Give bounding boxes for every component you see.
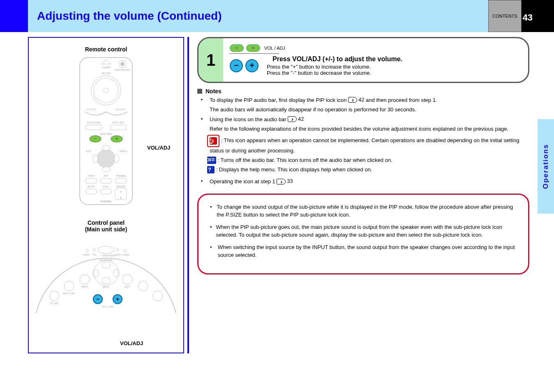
- svg-point-14: [102, 167, 110, 172]
- column-divider: [187, 37, 189, 353]
- section-tab-label: Operations: [542, 144, 550, 189]
- page-title: Adjusting the volume (Continued): [37, 9, 222, 23]
- remote-voladj-mini-label: VOL / ADJ: [264, 46, 285, 51]
- svg-text:▼: ▼: [120, 197, 122, 199]
- btn-onstandby-label: ON/STANDBY: [115, 69, 131, 71]
- note-item-last: • Operating the icon at step 1 33: [197, 178, 529, 186]
- note-icon-power-row: : This icon appears when an operation ca…: [210, 135, 529, 155]
- svg-point-54: [153, 291, 163, 301]
- note-item-1: • To display the PIP audio bar, first di…: [197, 96, 529, 104]
- svg-point-16: [114, 154, 119, 163]
- svg-text:+: +: [116, 296, 119, 302]
- notes-heading: Notes: [205, 88, 222, 95]
- svg-text:TEMP: TEMP: [83, 254, 90, 256]
- page-number: 43: [523, 12, 533, 23]
- svg-text:TOSHIBA: TOSHIBA: [101, 200, 112, 203]
- panel-voladj-callout: VOL/ADJ: [120, 340, 143, 346]
- svg-text:FREEZE: FREEZE: [116, 175, 126, 177]
- top-bar-accent: [0, 0, 28, 32]
- btn-exit-label: EXIT: [86, 150, 92, 152]
- help-icon: ?: [207, 166, 215, 173]
- svg-point-36: [124, 249, 126, 252]
- instruction-sub-plus: Press the "+" button to increase the vol…: [267, 64, 522, 70]
- svg-text:LAMP: LAMP: [122, 254, 129, 256]
- warning-item-3: •When switching the input source by the …: [210, 243, 517, 259]
- top-bar-main: Adjusting the volume (Continued): [28, 0, 488, 32]
- svg-text:MUTE: MUTE: [88, 185, 95, 188]
- svg-text:−: −: [94, 136, 97, 141]
- svg-rect-43: [102, 262, 110, 268]
- section-tab-operations[interactable]: Operations: [538, 119, 554, 214]
- svg-point-53: [138, 281, 148, 291]
- svg-point-51: [80, 274, 90, 284]
- svg-point-33: [93, 249, 96, 251]
- disallow-icon: [207, 135, 219, 147]
- divider-line: [230, 53, 279, 54]
- svg-text:MENU: MENU: [102, 286, 110, 288]
- svg-text:−: −: [96, 296, 99, 302]
- svg-text:INPUT: INPUT: [81, 286, 88, 288]
- note-icon-off-row: OFF : Turns off the audio bar. This icon…: [210, 157, 529, 164]
- btn-mouse-label: MOUSE: [102, 72, 111, 74]
- btn-autoset-label: AUTO SET: [112, 121, 125, 124]
- panel-vol-buttons-icon: − +: [230, 59, 259, 72]
- control-panel-title: Control panel (Main unit side): [29, 219, 183, 233]
- svg-text:AUTO SET: AUTO SET: [63, 292, 75, 295]
- btn-keystone-label: KEYSTONE: [87, 121, 101, 124]
- note-item-1b: The audio bars will automatically disapp…: [210, 106, 529, 114]
- svg-point-52: [122, 274, 132, 284]
- svg-text:▲: ▲: [120, 190, 122, 193]
- notes-heading-row: Notes: [197, 88, 529, 95]
- svg-point-34: [98, 246, 114, 254]
- btn-lclick-label: L-CLICK: [86, 108, 96, 111]
- note-icon-help-row: ? : Displays the help menu. This icon di…: [210, 166, 529, 174]
- warning-item-1: •To change the sound output of the sub-p…: [210, 203, 517, 219]
- step-number-badge: 1: [199, 38, 223, 82]
- left-illustration-column: Remote control LASER ON/STANDBY MOUSE L-…: [28, 37, 184, 353]
- svg-text:CALL: CALL: [103, 185, 109, 188]
- remote-control-figure: LASER ON/STANDBY MOUSE L-CLICK R-CLICK K…: [29, 55, 183, 207]
- top-bar: Adjusting the volume (Continued) CONTENT…: [0, 0, 554, 32]
- svg-text:CT. SET: CT. SET: [50, 302, 59, 304]
- svg-point-12: [97, 150, 115, 168]
- panel-vol-minus-icon: −: [230, 59, 243, 72]
- off-icon: OFF: [207, 157, 216, 164]
- contents-button[interactable]: CONTENTS: [488, 0, 522, 32]
- instruction-step-box: 1 − + VOL / ADJ − + Press VOL/ADJ (+/-) …: [197, 37, 529, 83]
- svg-text:INPUT: INPUT: [88, 175, 95, 177]
- page-ref-icon[interactable]: 42: [288, 115, 304, 123]
- panel-vol-plus-icon: +: [245, 59, 259, 72]
- svg-text:FAN: FAN: [116, 254, 121, 256]
- page-ref-icon[interactable]: 33: [277, 178, 293, 185]
- note-icon-power: Refer to the following explanations of t…: [210, 125, 529, 133]
- svg-text:PIP: PIP: [104, 175, 108, 177]
- warning-box: •To change the sound output of the sub-p…: [197, 194, 529, 274]
- control-panel-figure: TEMP ON ON/STANDBY FAN LAMP KEYSTONE MEN…: [29, 235, 183, 317]
- svg-text:RESIZE: RESIZE: [116, 185, 125, 188]
- notes-bullet-icon: [197, 89, 202, 94]
- btn-voladj-label: VOL / ADJ: [100, 133, 112, 135]
- warning-item-2: •When the PIP sub-picture goes out, the …: [210, 223, 517, 239]
- remote-vol-minus-icon: −: [230, 44, 244, 52]
- svg-point-13: [102, 145, 110, 150]
- svg-point-35: [116, 249, 119, 251]
- instruction-sub-minus: Press the "-" button to decrease the vol…: [267, 70, 522, 76]
- svg-rect-44: [102, 278, 110, 284]
- top-bar-right: CONTENTS: [488, 0, 554, 32]
- remote-vol-plus-icon: +: [246, 44, 260, 52]
- svg-point-32: [86, 249, 88, 252]
- svg-text:ON/STANDBY: ON/STANDBY: [101, 254, 117, 257]
- svg-text:EXIT: EXIT: [125, 286, 130, 288]
- note-item-2: • Using the icons on the audio bar 42: [197, 115, 529, 124]
- instruction-text: Press VOL/ADJ (+/-) to adjust the volume…: [272, 55, 522, 63]
- svg-point-42: [94, 261, 118, 285]
- svg-rect-0: [80, 58, 132, 205]
- svg-point-50: [64, 281, 74, 291]
- remote-voladj-callout: VOL/ADJ: [147, 145, 170, 151]
- page-ref-icon[interactable]: 42: [348, 96, 364, 104]
- svg-point-49: [49, 291, 59, 301]
- remote-vol-buttons-icon: − + VOL / ADJ: [230, 44, 522, 52]
- svg-text:KEYSTONE: KEYSTONE: [99, 259, 113, 261]
- svg-point-15: [93, 154, 98, 163]
- svg-text:ON: ON: [92, 254, 96, 256]
